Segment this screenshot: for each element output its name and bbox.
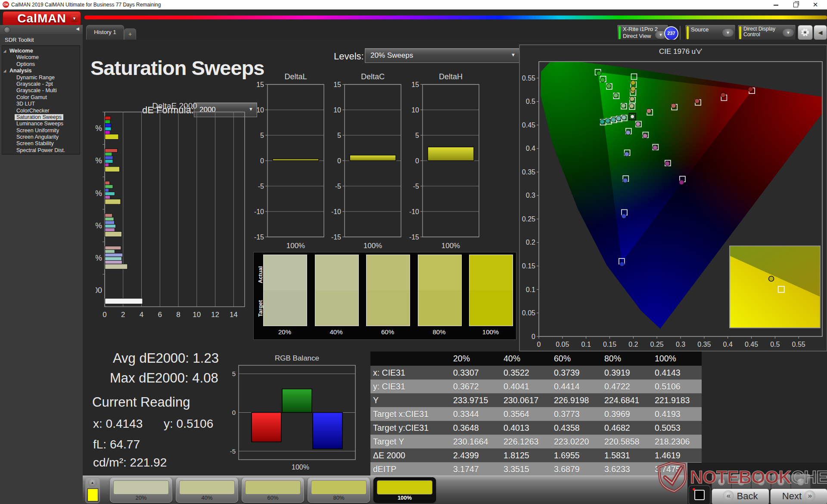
svg-text:100%: 100% <box>441 242 460 250</box>
swatch-target <box>469 290 513 326</box>
toolbar-mini-button-3[interactable] <box>751 474 771 490</box>
sidebar-collapse-icon[interactable]: ◀ <box>76 26 79 31</box>
display-control-arrow-icon[interactable]: ▼ <box>783 29 794 37</box>
table-cell: 0.3969 <box>602 407 652 421</box>
sidebar-item-saturation-sweeps[interactable]: Saturation Sweeps <box>2 114 80 121</box>
svg-text:6: 6 <box>158 311 162 319</box>
sidebar-item-3d-lut[interactable]: 3D LUT <box>2 101 80 107</box>
source-dropdown[interactable]: Source ▼ <box>685 25 736 41</box>
table-cell: 0.3672 <box>451 380 501 393</box>
display-control-dropdown[interactable]: Direct Display Control ▼ <box>737 25 796 41</box>
toolbar-mini-button-5[interactable] <box>791 474 811 490</box>
measurement-table: 20%40%60%80%100%x: CIE310.33070.35220.37… <box>370 352 702 476</box>
workflow-tree: ◢WelcomeWelcomeOptions◢AnalysisDynamic R… <box>2 45 80 155</box>
add-tab-button[interactable]: + <box>124 28 136 40</box>
svg-text:0.55: 0.55 <box>522 75 535 82</box>
sidebar-item-luminance-sweeps[interactable]: Luminance Sweeps <box>2 121 80 127</box>
svg-text:0.45: 0.45 <box>745 341 758 348</box>
svg-text:0: 0 <box>260 157 264 165</box>
sidebar-item-color-gamut[interactable]: Color Gamut <box>2 94 80 101</box>
swatch-80% <box>418 255 462 326</box>
table-cell: 221.9183 <box>652 393 702 407</box>
sidebar-item-label: Spectral Power Dist. <box>15 147 67 153</box>
settings-button[interactable] <box>798 25 813 40</box>
app-icon: CM <box>3 1 9 8</box>
svg-text:0.5: 0.5 <box>526 98 535 105</box>
svg-text:DeltaH: DeltaH <box>439 72 463 81</box>
svg-text:0.45: 0.45 <box>522 121 535 129</box>
panel-collapse-button[interactable]: ◀ <box>814 25 827 40</box>
calman-logo-button[interactable]: CalMAN ▼ <box>3 11 81 26</box>
saturation-color-chip <box>311 480 367 495</box>
color-picker-button[interactable]: ▲ <box>85 477 100 503</box>
svg-text:0: 0 <box>532 333 535 340</box>
back-button[interactable]: « Back <box>712 488 769 504</box>
svg-text:0: 0 <box>103 311 106 319</box>
sidebar-item-analysis[interactable]: ◢Analysis <box>2 68 80 74</box>
table-cell: 0.3773 <box>551 407 602 421</box>
saturation-button-20%[interactable]: 20% <box>110 477 172 503</box>
toolbar-mini-button-2[interactable] <box>731 474 751 490</box>
sidebar-item-spectral-power-dist-[interactable]: Spectral Power Dist. <box>2 147 80 154</box>
expander-icon[interactable]: ◢ <box>3 48 6 54</box>
sidebar-item-welcome[interactable]: Welcome <box>2 54 80 61</box>
source-dropdown-arrow-icon[interactable]: ▼ <box>722 29 734 37</box>
svg-text:DeltaE 2000: DeltaE 2000 <box>152 102 197 110</box>
sidebar-item-options[interactable]: Options <box>2 61 80 68</box>
saturation-button-label: 80% <box>308 495 370 501</box>
logo-dropdown-icon[interactable]: ▼ <box>71 15 78 22</box>
tab-history-1[interactable]: History 1 <box>86 25 124 40</box>
sidebar-item-grayscale-multi[interactable]: Grayscale - Multi <box>2 87 80 94</box>
meter-name: X-Rite i1Pro 2 <box>623 26 658 32</box>
restore-button[interactable] <box>789 1 802 9</box>
sidebar-item-label: Screen Angularity <box>15 134 60 140</box>
saturation-button-label: 60% <box>242 495 304 501</box>
table-cell: 0.3919 <box>602 366 652 380</box>
svg-text:15: 15 <box>256 81 264 88</box>
saturation-button-80%[interactable]: 80% <box>308 477 370 503</box>
deltae-chart: DeltaE 200002468101214100%80%60%40%20%10… <box>96 102 248 329</box>
svg-text:5: 5 <box>260 132 264 139</box>
table-cell: 223.0220 <box>551 435 602 448</box>
saturation-button-60%[interactable]: 60% <box>242 477 304 503</box>
levels-dropdown[interactable]: 20% Sweeps ▼ <box>365 48 519 63</box>
snapshot-button[interactable] <box>688 485 711 504</box>
sidebar-item-screen-stability[interactable]: Screen Stability <box>2 140 80 147</box>
levels-label: Levels: <box>334 51 364 62</box>
actual-row-label: Actual <box>257 263 264 283</box>
reading-x: x: 0.4143 <box>93 417 143 431</box>
table-row: Y233.9715230.0617226.9198224.6841221.918… <box>370 393 702 407</box>
deltac-chart: DeltaC151050-5-10-15100% <box>325 72 411 258</box>
sidebar-item-welcome[interactable]: ◢Welcome <box>2 48 80 54</box>
meter-dropdown[interactable]: X-Rite i1Pro 2 Direct View ▼ <box>617 25 668 41</box>
table-row-label: x: CIE31 <box>370 366 451 380</box>
expand-up-icon[interactable]: ▲ <box>88 479 97 487</box>
sidebar-item-screen-angularity[interactable]: Screen Angularity <box>2 134 80 140</box>
table-cell: 0.3564 <box>501 407 551 421</box>
table-cell: 3.6879 <box>551 462 602 476</box>
svg-text:100%: 100% <box>292 464 309 471</box>
table-cell: 0.4682 <box>602 421 652 435</box>
saturation-button-100%[interactable]: 100% <box>373 477 436 503</box>
minimize-button[interactable] <box>769 1 782 9</box>
sidebar-item-dynamic-range[interactable]: Dynamic Range <box>2 75 80 81</box>
table-cell: 226.9198 <box>551 393 602 407</box>
close-button[interactable]: ✕ <box>809 1 822 9</box>
toolbar-mini-button-4[interactable] <box>771 474 791 490</box>
next-button[interactable]: Next » <box>770 488 827 504</box>
toolbar-mini-button-6[interactable] <box>811 474 827 490</box>
workflow-dot-icon[interactable] <box>4 27 10 33</box>
sidebar-item-grayscale-2pt[interactable]: Grayscale - 2pt <box>2 81 80 87</box>
meter-mode: Direct View <box>623 33 651 39</box>
sidebar-item-colorchecker[interactable]: ColorChecker <box>2 108 80 114</box>
sidebar-item-label: Color Gamut <box>15 94 49 100</box>
toolbar-mini-button-1[interactable] <box>712 474 731 490</box>
sidebar-item-screen-uniformity[interactable]: Screen Uniformity <box>2 128 80 134</box>
svg-text:RGB Balance: RGB Balance <box>275 354 319 362</box>
svg-text:0: 0 <box>537 341 541 348</box>
svg-text:5: 5 <box>415 132 419 139</box>
svg-text:5: 5 <box>232 370 236 377</box>
saturation-button-40%[interactable]: 40% <box>176 477 238 503</box>
expander-icon[interactable]: ◢ <box>3 68 6 74</box>
svg-text:10: 10 <box>411 106 419 114</box>
